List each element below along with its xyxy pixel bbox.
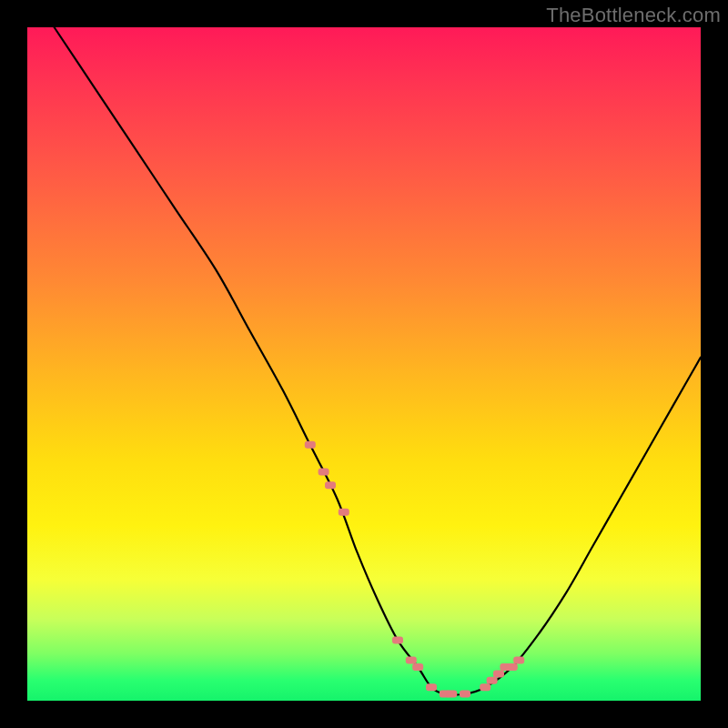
chart-svg	[27, 27, 701, 701]
marker-dot	[480, 683, 490, 691]
marker-dot	[446, 691, 457, 698]
marker-dot	[507, 663, 518, 671]
marker-dot	[493, 670, 504, 677]
watermark-text: TheBottleneck.com	[546, 4, 721, 27]
marker-dot	[487, 677, 498, 684]
marker-dot	[513, 657, 524, 664]
marker-dot	[305, 441, 316, 449]
marker-dot	[325, 481, 336, 489]
marker-dot	[392, 636, 403, 643]
marker-dot	[426, 683, 437, 691]
marker-dot	[460, 691, 470, 698]
marker-dots	[305, 441, 524, 698]
marker-dot	[406, 657, 417, 664]
marker-dot	[339, 509, 349, 516]
marker-dot	[412, 663, 423, 671]
bottleneck-curve	[55, 27, 701, 695]
plot-area	[27, 27, 701, 701]
chart-frame: TheBottleneck.com	[0, 0, 728, 728]
marker-dot	[318, 468, 329, 475]
